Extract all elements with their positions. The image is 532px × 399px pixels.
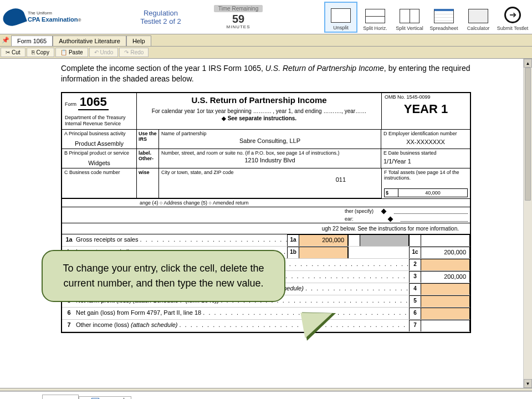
caution-line: ugh 22 below. See the instructions for m… xyxy=(62,223,470,234)
line-box-3: 3 xyxy=(409,271,421,283)
logo-swoosh-icon xyxy=(1,6,27,29)
tab-bar: 📌 Form 1065 Authoritative Literature Hel… xyxy=(0,34,532,47)
form-header-right: OMB No. 1545-0099 YEAR 1 xyxy=(381,93,470,129)
scroll-down-icon[interactable]: ▼ xyxy=(524,379,532,388)
income-line-1a: 1aGross receipts or sales 1a200,000 xyxy=(62,234,470,247)
line-box-1a: 1a xyxy=(287,234,299,246)
box-e: E Date business started1/1/Year 1 xyxy=(381,149,470,168)
redo-button[interactable]: ↷Redo xyxy=(119,48,149,57)
line-text: Other income (loss) (attach schedule) xyxy=(76,320,409,331)
line-box-4: 4 xyxy=(409,283,421,295)
content-scroll[interactable]: Complete the income section of the year … xyxy=(0,59,532,388)
scroll-thumb[interactable] xyxy=(525,68,531,201)
calculator-icon xyxy=(468,9,488,23)
partnership-name: Name of partnershipSabre Consulting, LLP xyxy=(159,130,381,149)
logo-text: The Uniform CPA Examination® xyxy=(28,11,81,23)
line-val-7 xyxy=(421,320,470,331)
line-h1: ther (specify) xyxy=(62,207,470,215)
app-header: The Uniform CPA Examination® Regulation … xyxy=(0,0,532,34)
partnership-city: City or town, state, and ZIP code011 xyxy=(159,168,381,198)
content-area: Complete the income section of the year … xyxy=(0,59,532,388)
form-header-left: Form 1065 Department of the Treasury Int… xyxy=(62,93,137,129)
previous-button[interactable]: ◀Previous xyxy=(457,395,497,399)
instructions: Complete the income section of the year … xyxy=(61,63,471,84)
tab-form-1065[interactable]: Form 1065 xyxy=(11,35,53,46)
timer-label: Time Remaining xyxy=(214,5,263,12)
directions-button[interactable]: Directions xyxy=(42,395,79,399)
line-val-1c: 200,000 xyxy=(421,247,470,258)
paste-button[interactable]: 📋Paste xyxy=(55,48,88,57)
line-val-2[interactable] xyxy=(421,259,470,270)
line-val-4[interactable] xyxy=(421,283,470,295)
line-g: ange (4) ○ Address change (5) ○ Amended … xyxy=(62,198,470,207)
unsplit-button[interactable]: Unsplit xyxy=(324,2,357,33)
header-toolbar: Unsplit Split Horiz. Split Vertical Spre… xyxy=(324,2,529,33)
tab-authoritative-literature[interactable]: Authoritative Literature xyxy=(53,35,126,46)
line-val- xyxy=(421,234,470,246)
edit-toolbar: ✂Cut ⎘Copy 📋Paste ↶Undo ↷Redo xyxy=(0,47,532,59)
line-text: Net gain (loss) from Form 4797, Part II,… xyxy=(76,308,409,319)
line-num: 7 xyxy=(62,320,76,331)
line-box-2: 2 xyxy=(409,259,421,270)
box-f: F Total assets (see page 14 of the instr… xyxy=(381,168,470,198)
copy-icon: ⎘ xyxy=(32,49,35,55)
redo-icon: ↷ xyxy=(124,49,129,55)
line-box-7: 7 xyxy=(409,320,421,331)
spreadsheet-icon xyxy=(434,9,454,23)
next-button[interactable]: Next▶ xyxy=(497,395,526,399)
pin-icon: 📌 xyxy=(0,34,11,46)
income-line-7: 7Other income (loss) (attach schedule) 7 xyxy=(62,320,470,332)
line-val-5[interactable] xyxy=(421,295,470,307)
scroll-up-icon[interactable]: ▲ xyxy=(524,59,532,68)
tab-help[interactable]: Help xyxy=(126,35,151,46)
split-vert-icon xyxy=(400,9,420,23)
logo: The Uniform CPA Examination® xyxy=(3,9,119,25)
scissors-icon: ✂ xyxy=(6,49,10,55)
diamond-icon xyxy=(387,216,393,222)
irs-label-col: Use theIRS xyxy=(137,130,159,149)
line-box-1c: 1c xyxy=(409,247,421,258)
line-box- xyxy=(409,234,421,246)
line-num: 1a xyxy=(62,234,76,246)
undo-button[interactable]: ↶Undo xyxy=(89,48,119,57)
line-num: 6 xyxy=(62,308,76,319)
submit-testlet-button[interactable]: ➜Submit Testlet xyxy=(496,2,529,33)
testlet-info: Regulation Testlet 2 of 2 xyxy=(119,9,202,25)
line-box-5: 5 xyxy=(409,295,421,307)
timer-unit: MINUTES xyxy=(202,24,274,29)
page-navigator: 1 2 3 4 ▲▼ xyxy=(79,396,131,400)
line-h2: ear: xyxy=(62,215,470,223)
undo-icon: ↶ xyxy=(94,49,99,55)
unsplit-icon xyxy=(331,8,351,23)
hint-callout: To change your entry, click the cell, de… xyxy=(42,250,285,302)
line-val-1a[interactable]: 200,000 xyxy=(299,234,348,246)
line-val-6[interactable] xyxy=(421,308,470,319)
line-box-6: 6 xyxy=(409,308,421,319)
split-vertical-button[interactable]: Split Vertical xyxy=(393,2,426,33)
box-d: D Employer identification numberXX-XXXXX… xyxy=(381,130,470,149)
timer-value: 59 xyxy=(202,13,274,24)
timer: Time Remaining 59 MINUTES xyxy=(202,5,274,29)
line-box-1b: 1b xyxy=(287,247,299,258)
income-line-6: 6Net gain (loss) from Form 4797, Part II… xyxy=(62,308,470,320)
box-a: A Principal business activityProduct Ass… xyxy=(62,130,137,149)
form-title: U.S. Return of Partnership Income For ca… xyxy=(137,93,381,129)
diamond-icon xyxy=(381,208,387,214)
line-val-3: 200,000 xyxy=(421,271,470,283)
footer: ⚑ = Reminder Directions 1 2 3 4 ▲▼ ◀Prev… xyxy=(0,391,532,399)
box-b: B Principal product or serviceWidgets xyxy=(62,149,137,168)
submit-icon: ➜ xyxy=(504,7,521,23)
partnership-address: Number, street, and room or suite no. (I… xyxy=(159,149,381,168)
line-val-1b[interactable] xyxy=(299,247,348,258)
split-horiz-button[interactable]: Split Horiz. xyxy=(359,2,392,33)
line-text: Gross receipts or sales xyxy=(76,234,287,246)
paste-icon: 📋 xyxy=(60,49,67,55)
scrollbar[interactable]: ▲ ▼ xyxy=(523,59,532,388)
calculator-button[interactable]: Calculator xyxy=(462,2,495,33)
spreadsheet-button[interactable]: Spreadsheet xyxy=(427,2,461,33)
copy-button[interactable]: ⎘Copy xyxy=(27,48,54,57)
split-horiz-icon xyxy=(365,9,385,23)
cut-button[interactable]: ✂Cut xyxy=(1,48,25,57)
box-c: C Business code number xyxy=(62,168,137,198)
